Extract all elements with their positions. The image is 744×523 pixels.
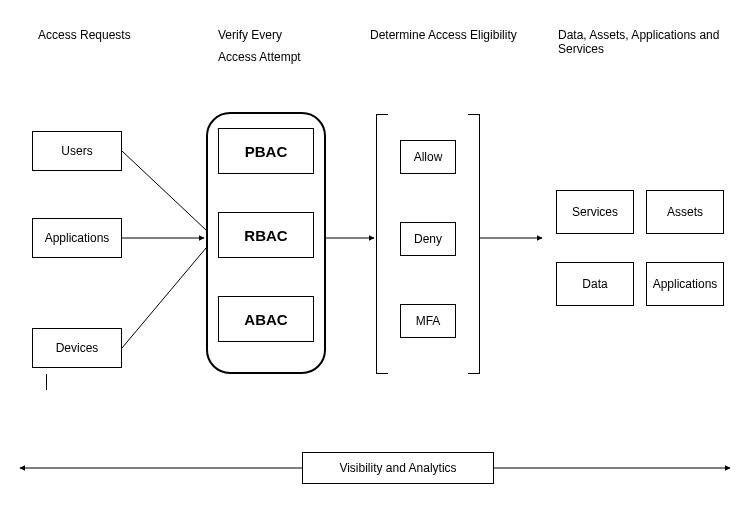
header-eligibility: Determine Access Eligibility [370,28,517,42]
bracket-right [468,114,480,374]
box-users: Users [32,131,122,171]
header-verify-line2: Access Attempt [218,50,301,64]
header-verify-line1: Verify Every [218,28,282,42]
box-assets: Assets [646,190,724,234]
box-allow: Allow [400,140,456,174]
svg-line-2 [122,248,206,348]
box-applications: Applications [32,218,122,258]
cursor-tick [46,374,47,390]
header-access-requests: Access Requests [38,28,131,42]
bracket-left [376,114,388,374]
box-rbac: RBAC [218,212,314,258]
box-deny: Deny [400,222,456,256]
header-resources: Data, Assets, Applications and Services [558,28,744,56]
box-mfa: MFA [400,304,456,338]
box-pbac: PBAC [218,128,314,174]
box-data: Data [556,262,634,306]
box-abac: ABAC [218,296,314,342]
box-services: Services [556,190,634,234]
box-res-applications: Applications [646,262,724,306]
svg-line-0 [122,151,206,230]
footer-box: Visibility and Analytics [302,452,494,484]
box-devices: Devices [32,328,122,368]
